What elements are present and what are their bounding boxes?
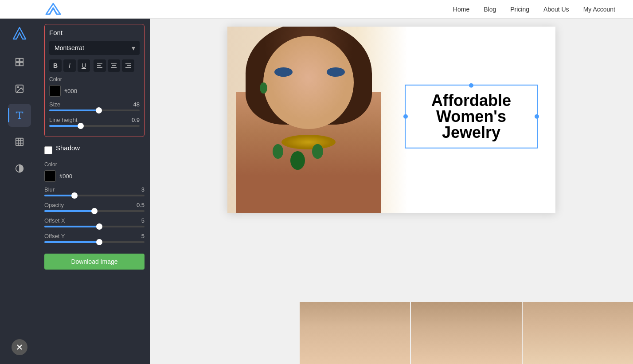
svg-rect-3 bbox=[20, 63, 23, 66]
shadow-offsetx-row: Offset X 5 bbox=[44, 217, 145, 224]
shadow-blur-label: Blur bbox=[44, 186, 55, 193]
svg-rect-0 bbox=[16, 59, 19, 62]
text-line3: Jewelry bbox=[442, 123, 500, 141]
woman-photo-area bbox=[227, 27, 408, 213]
bottom-img-2[interactable] bbox=[411, 302, 522, 364]
shadow-opacity-slider[interactable] bbox=[44, 210, 145, 212]
shadow-offsetx-thumb[interactable] bbox=[96, 223, 102, 230]
shadow-offsetx-slider[interactable] bbox=[44, 226, 145, 227]
font-section-title: Font bbox=[49, 29, 140, 36]
align-right-btn[interactable] bbox=[122, 59, 134, 72]
svg-rect-2 bbox=[16, 63, 19, 66]
handle-top[interactable] bbox=[469, 83, 473, 88]
shadow-offsety-thumb[interactable] bbox=[96, 239, 102, 245]
svg-point-5 bbox=[17, 86, 19, 88]
shadow-offsetx-value: 5 bbox=[141, 217, 145, 224]
text-line1: Affordable bbox=[431, 91, 511, 110]
font-size-value: 48 bbox=[133, 101, 140, 108]
font-size-slider[interactable] bbox=[49, 110, 140, 111]
gem1 bbox=[273, 144, 283, 159]
shadow-opacity-label: Opacity bbox=[44, 202, 64, 208]
shadow-offsetx-label: Offset X bbox=[44, 217, 65, 224]
font-section: Font Montserrat Arial Georgia Roboto ▾ B… bbox=[44, 24, 145, 137]
gem3 bbox=[312, 144, 323, 159]
layers-tool-btn[interactable] bbox=[8, 51, 31, 74]
align-center-btn[interactable] bbox=[108, 59, 120, 72]
text-overlay-box[interactable]: Affordable Women's Jewelry bbox=[405, 85, 538, 149]
shadow-blur-row: Blur 3 bbox=[44, 186, 145, 193]
handle-right[interactable] bbox=[535, 114, 539, 119]
nav-pricing[interactable]: Pricing bbox=[510, 6, 529, 13]
shadow-color-hex: #000 bbox=[59, 173, 72, 180]
download-image-btn[interactable]: Download Image bbox=[44, 254, 145, 270]
shadow-offsety-value: 5 bbox=[141, 233, 145, 239]
shadow-blur-slider[interactable] bbox=[44, 195, 145, 196]
nav-home[interactable]: Home bbox=[453, 6, 469, 13]
shadow-blur-thumb[interactable] bbox=[71, 192, 78, 199]
nav-blog[interactable]: Blog bbox=[484, 6, 496, 13]
shadow-title: Shadow bbox=[56, 144, 80, 152]
shadow-offsety-row: Offset Y 5 bbox=[44, 233, 145, 239]
app-logo-icon bbox=[12, 27, 27, 43]
bold-btn[interactable]: B bbox=[49, 59, 62, 72]
nav-about[interactable]: About Us bbox=[543, 6, 569, 13]
line-height-label: Line height bbox=[49, 117, 78, 123]
align-left-btn[interactable] bbox=[94, 59, 106, 72]
main-canvas-area: Affordable Women's Jewelry bbox=[150, 0, 633, 364]
italic-btn[interactable]: I bbox=[63, 59, 76, 72]
font-family-select[interactable]: Montserrat Arial Georgia Roboto bbox=[49, 41, 140, 55]
shadow-offsety-slider[interactable] bbox=[44, 241, 145, 243]
line-height-value: 0.9 bbox=[132, 117, 140, 123]
eye-left bbox=[274, 67, 293, 77]
icon-bar bbox=[0, 19, 39, 364]
shadow-opacity-thumb[interactable] bbox=[91, 208, 98, 214]
overlay-text[interactable]: Affordable Women's Jewelry bbox=[413, 93, 530, 141]
shadow-color-label: Color bbox=[44, 161, 145, 168]
side-panel: Font Montserrat Arial Georgia Roboto ▾ B… bbox=[39, 19, 150, 364]
font-color-swatch[interactable] bbox=[49, 85, 61, 97]
shadow-opacity-row: Opacity 0.5 bbox=[44, 202, 145, 208]
canvas-container[interactable]: Affordable Women's Jewelry bbox=[227, 27, 555, 213]
svg-rect-8 bbox=[16, 138, 23, 146]
earring-left bbox=[260, 82, 267, 94]
shadow-header: Shadow bbox=[44, 144, 145, 156]
shadow-blur-value: 3 bbox=[141, 186, 145, 193]
shadow-checkbox[interactable] bbox=[44, 146, 52, 154]
svg-rect-1 bbox=[20, 59, 23, 62]
font-size-slider-thumb[interactable] bbox=[96, 107, 102, 114]
font-size-row: Size 48 bbox=[49, 101, 140, 108]
shadow-offsety-label: Offset Y bbox=[44, 233, 65, 239]
text-line2: Women's bbox=[436, 107, 506, 125]
shadow-offsetx-fill bbox=[44, 226, 99, 227]
bottom-img-1[interactable] bbox=[300, 302, 411, 364]
shadow-color-row: #000 bbox=[44, 170, 145, 182]
bottom-img-3[interactable] bbox=[523, 302, 633, 364]
shadow-opacity-fill bbox=[44, 210, 94, 212]
font-size-slider-fill bbox=[49, 110, 99, 111]
font-select-wrapper: Montserrat Arial Georgia Roboto ▾ bbox=[49, 41, 140, 55]
font-size-label: Size bbox=[49, 101, 60, 108]
shadow-blur-fill bbox=[44, 195, 74, 196]
top-navigation: Home Blog Pricing About Us My Account bbox=[0, 0, 633, 19]
font-color-label: Color bbox=[49, 76, 140, 82]
app-logo bbox=[11, 26, 28, 43]
text-tool-btn[interactable] bbox=[8, 104, 31, 127]
pattern-tool-btn[interactable] bbox=[8, 130, 31, 153]
shadow-offsety-fill bbox=[44, 241, 99, 243]
font-color-hex: #000 bbox=[64, 88, 77, 94]
close-panel-btn[interactable] bbox=[12, 339, 27, 355]
shadow-section: Shadow Color #000 Blur 3 Opacity 0.5 Off… bbox=[44, 144, 145, 243]
line-height-slider[interactable] bbox=[49, 125, 140, 127]
shadow-opacity-value: 0.5 bbox=[137, 202, 145, 208]
shadow-color-swatch[interactable] bbox=[44, 170, 56, 182]
site-logo bbox=[44, 3, 62, 16]
font-color-row: #000 bbox=[49, 85, 140, 97]
line-height-row: Line height 0.9 bbox=[49, 117, 140, 123]
line-height-slider-thumb[interactable] bbox=[78, 123, 84, 129]
line-height-slider-fill bbox=[49, 125, 81, 127]
image-tool-btn[interactable] bbox=[8, 77, 31, 100]
underline-btn[interactable]: U bbox=[78, 59, 90, 72]
contrast-tool-btn[interactable] bbox=[8, 157, 31, 180]
handle-left[interactable] bbox=[403, 114, 408, 119]
nav-account[interactable]: My Account bbox=[583, 6, 615, 13]
